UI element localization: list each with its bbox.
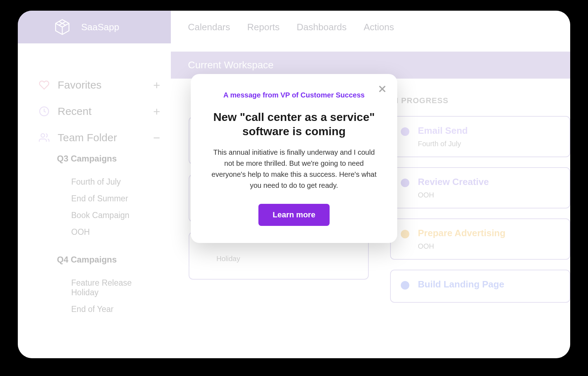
sidebar-q4-group: Q4 Campaigns Feature Release Holiday End… — [38, 255, 160, 318]
close-icon[interactable] — [377, 84, 387, 95]
modal-eyebrow: A message from VP of Customer Success — [211, 91, 377, 99]
nav-actions[interactable]: Actions — [364, 22, 394, 33]
topbar: SaaSapp Calendars Reports Dashboards Act… — [18, 11, 570, 43]
recent-label: Recent — [58, 105, 91, 117]
users-icon — [38, 132, 50, 143]
sidebar-item-end-of-year[interactable]: End of Year — [57, 301, 160, 318]
favorites-add-button[interactable]: + — [153, 79, 160, 91]
sidebar: Favorites + Recent + — [18, 43, 171, 358]
card-subtitle: OOH — [418, 191, 560, 199]
status-dot-icon — [401, 281, 409, 290]
sidebar-item-book-campaign[interactable]: Book Campaign — [57, 207, 160, 224]
sidebar-item-end-of-summer[interactable]: End of Summer — [57, 190, 160, 207]
status-dot-icon — [401, 230, 409, 238]
card-title: Email Send — [418, 125, 560, 136]
q3-header[interactable]: Q3 Campaigns — [57, 154, 160, 164]
card-subtitle: OOH — [418, 242, 560, 250]
sidebar-team-folder[interactable]: Team Folder − — [38, 132, 160, 144]
brand-name: SaaSapp — [81, 22, 119, 33]
favorites-label: Favorites — [58, 79, 101, 91]
status-dot-icon — [401, 127, 409, 136]
card-subtitle: Fourth of July — [418, 140, 560, 148]
sidebar-favorites[interactable]: Favorites + — [38, 79, 160, 91]
nav-reports[interactable]: Reports — [247, 22, 280, 33]
nav-calendars[interactable]: Calendars — [188, 22, 230, 33]
cube-logo-icon — [53, 18, 71, 36]
status-dot-icon — [401, 179, 409, 187]
heart-icon — [38, 79, 50, 91]
q4-header[interactable]: Q4 Campaigns — [57, 255, 160, 265]
modal-title: New "call center as a service" software … — [211, 110, 377, 138]
sidebar-recent[interactable]: Recent + — [38, 105, 160, 117]
card-title: Build Landing Page — [418, 279, 560, 290]
board-card-build-landing-page[interactable]: Build Landing Page — [390, 270, 570, 303]
clock-icon — [38, 106, 50, 117]
board-column-in-progress: IN PROGRESS Email Send Fourth of July Re… — [390, 96, 570, 358]
svg-point-1 — [41, 134, 44, 137]
board-card-review-creative[interactable]: Review Creative OOH — [390, 167, 570, 208]
modal-body: This annual initiative is finally underw… — [211, 147, 377, 191]
app-frame: SaaSapp Calendars Reports Dashboards Act… — [18, 11, 570, 358]
team-collapse-button[interactable]: − — [153, 132, 160, 144]
workspace-title: Current Workspace — [188, 59, 274, 71]
sidebar-item-fourth-of-july[interactable]: Fourth of July — [57, 174, 160, 190]
card-title: Review Creative — [418, 176, 560, 187]
card-subtitle: Holiday — [216, 255, 358, 263]
nav-dashboards[interactable]: Dashboards — [297, 22, 347, 33]
team-folder-label: Team Folder — [58, 132, 117, 144]
learn-more-button[interactable]: Learn more — [258, 204, 330, 226]
sidebar-item-ooh[interactable]: OOH — [57, 224, 160, 240]
column-in-progress-header: IN PROGRESS — [390, 96, 570, 105]
sidebar-q3-group: Q3 Campaigns Fourth of July End of Summe… — [38, 154, 160, 240]
recent-add-button[interactable]: + — [153, 105, 160, 117]
top-nav: Calendars Reports Dashboards Actions — [171, 11, 570, 43]
card-title: Prepare Advertising — [418, 228, 560, 239]
announcement-modal: A message from VP of Customer Success Ne… — [191, 74, 397, 243]
board-card-prepare-advertising[interactable]: Prepare Advertising OOH — [390, 218, 570, 260]
brand-block: SaaSapp — [18, 11, 171, 43]
sidebar-item-feature-release[interactable]: Feature Release Holiday — [57, 275, 160, 301]
board-card-email-send[interactable]: Email Send Fourth of July — [390, 116, 570, 157]
